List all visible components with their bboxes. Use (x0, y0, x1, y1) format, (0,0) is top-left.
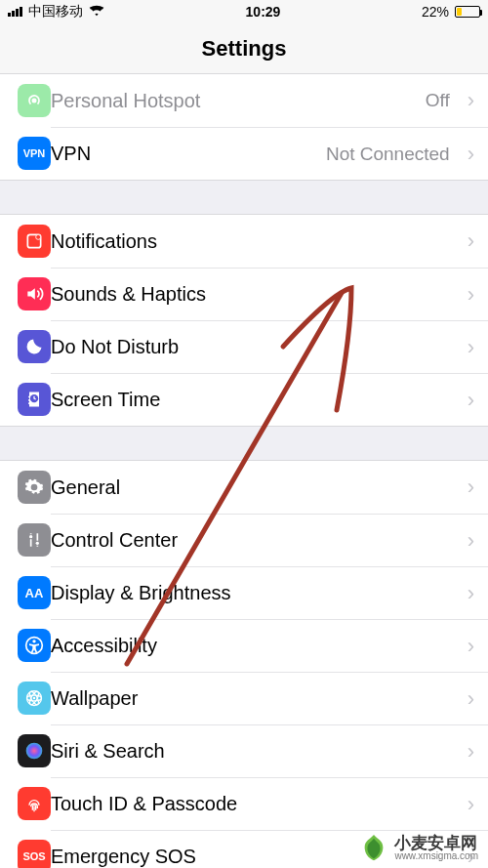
chevron-right-icon: › (462, 528, 474, 554)
row-label: Touch ID & Passcode (51, 793, 450, 815)
row-display-brightness[interactable]: AADisplay & Brightness› (0, 566, 488, 619)
row-touch-id-passcode[interactable]: Touch ID & Passcode› (0, 777, 488, 830)
chevron-right-icon: › (462, 335, 474, 360)
chevron-right-icon: › (462, 581, 474, 606)
do-not-disturb-icon (18, 330, 51, 363)
watermark-text: 小麦安卓网 (394, 835, 478, 851)
signal-icon (8, 7, 22, 17)
sounds-haptics-icon (18, 277, 51, 310)
chevron-right-icon: › (462, 475, 474, 500)
control-center-icon (18, 523, 51, 557)
vpn-icon: VPN (18, 137, 51, 170)
row-control-center[interactable]: Control Center› (0, 514, 488, 566)
row-general[interactable]: General› (0, 461, 488, 514)
chevron-right-icon: › (462, 228, 474, 254)
watermark-url: www.xmsigma.com (394, 851, 478, 861)
wallpaper-icon (18, 682, 51, 715)
settings-group-0: Personal HotspotOff›VPNVPNNot Connected› (0, 74, 488, 181)
row-personal-hotspot[interactable]: Personal HotspotOff› (0, 74, 488, 127)
row-label: Do Not Disturb (51, 336, 450, 358)
row-sounds-haptics[interactable]: Sounds & Haptics› (0, 268, 488, 320)
chevron-right-icon: › (462, 142, 474, 167)
row-wallpaper[interactable]: Wallpaper› (0, 672, 488, 724)
status-right: 22% (422, 4, 480, 20)
row-vpn[interactable]: VPNVPNNot Connected› (0, 127, 488, 180)
carrier-label: 中国移动 (28, 3, 83, 21)
clock: 10:29 (246, 4, 281, 20)
battery-pct: 22% (422, 4, 449, 20)
watermark-icon (359, 833, 388, 862)
screen-time-icon (18, 383, 51, 416)
chevron-right-icon: › (462, 792, 474, 817)
chevron-right-icon: › (462, 686, 474, 712)
row-label: Notifications (51, 230, 450, 253)
accessibility-icon (18, 629, 51, 662)
chevron-right-icon: › (462, 88, 474, 113)
row-label: VPN (51, 143, 314, 165)
svg-point-5 (32, 640, 35, 642)
svg-point-1 (36, 234, 41, 239)
notifications-icon (18, 225, 51, 258)
touch-id-passcode-icon (18, 787, 51, 820)
status-left: 中国移动 (8, 3, 104, 21)
page-title: Settings (0, 23, 488, 74)
row-label: Wallpaper (51, 687, 450, 710)
row-label: Sounds & Haptics (51, 283, 450, 306)
svg-point-2 (29, 535, 32, 538)
row-notifications[interactable]: Notifications› (0, 215, 488, 268)
row-label: Personal Hotspot (51, 90, 414, 112)
chevron-right-icon: › (462, 388, 474, 413)
settings-group-1: Notifications›Sounds & Haptics›Do Not Di… (0, 214, 488, 427)
svg-point-10 (33, 697, 36, 700)
svg-point-3 (36, 542, 39, 545)
display-brightness-icon: AA (18, 576, 51, 609)
battery-icon (455, 6, 480, 18)
settings-group-2: General›Control Center›AADisplay & Brigh… (0, 460, 488, 868)
row-label: Screen Time (51, 389, 450, 411)
row-accessibility[interactable]: Accessibility› (0, 619, 488, 672)
row-do-not-disturb[interactable]: Do Not Disturb› (0, 320, 488, 373)
personal-hotspot-icon (18, 84, 51, 117)
emergency-sos-icon: SOS (18, 840, 51, 868)
row-label: General (51, 476, 450, 499)
chevron-right-icon: › (462, 282, 474, 308)
row-siri-search[interactable]: Siri & Search› (0, 724, 488, 777)
row-screen-time[interactable]: Screen Time› (0, 373, 488, 426)
row-label: Control Center (51, 529, 450, 552)
settings-scroll[interactable]: Personal HotspotOff›VPNVPNNot Connected›… (0, 74, 488, 868)
svg-point-11 (26, 743, 43, 760)
chevron-right-icon: › (462, 634, 474, 659)
row-value: Not Connected (326, 144, 450, 165)
siri-search-icon (18, 734, 51, 767)
general-icon (18, 471, 51, 504)
watermark: 小麦安卓网 www.xmsigma.com (359, 833, 478, 862)
row-label: Accessibility (51, 635, 450, 657)
status-bar: 中国移动 10:29 22% (0, 0, 488, 23)
row-value: Off (426, 90, 450, 111)
chevron-right-icon: › (462, 739, 474, 765)
wifi-icon (89, 3, 104, 21)
row-label: Display & Brightness (51, 582, 450, 604)
row-label: Siri & Search (51, 740, 450, 763)
